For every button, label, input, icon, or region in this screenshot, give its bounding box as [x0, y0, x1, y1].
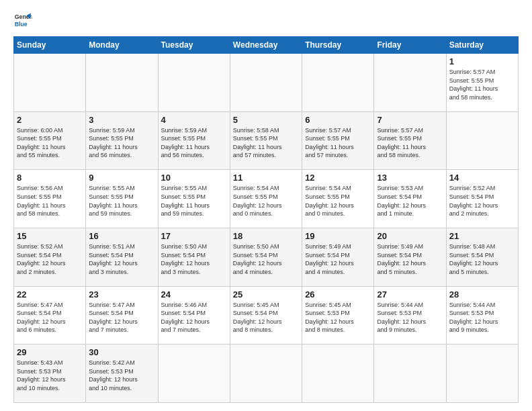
calendar-day — [302, 54, 374, 112]
day-info: Sunrise: 5:53 AM Sunset: 5:54 PM Dayligh… — [377, 184, 443, 218]
day-info: Sunrise: 5:56 AM Sunset: 5:55 PM Dayligh… — [17, 184, 83, 218]
day-number: 20 — [377, 231, 443, 241]
svg-text:Blue: Blue — [15, 21, 28, 28]
day-number: 1 — [449, 56, 515, 66]
day-number: 3 — [89, 115, 154, 125]
day-number: 2 — [17, 115, 83, 125]
day-number: 9 — [89, 173, 154, 183]
day-info: Sunrise: 5:59 AM Sunset: 5:55 PM Dayligh… — [89, 126, 154, 160]
calendar-day: 10Sunrise: 5:55 AM Sunset: 5:55 PM Dayli… — [158, 170, 230, 228]
calendar-day: 26Sunrise: 5:45 AM Sunset: 5:53 PM Dayli… — [302, 286, 374, 345]
calendar-week-1: 1Sunrise: 5:57 AM Sunset: 5:55 PM Daylig… — [14, 54, 519, 112]
calendar-day — [230, 54, 302, 112]
day-number: 12 — [305, 173, 371, 183]
day-number: 24 — [161, 289, 227, 300]
calendar-week-5: 22Sunrise: 5:47 AM Sunset: 5:54 PM Dayli… — [14, 286, 519, 345]
calendar-day: 20Sunrise: 5:49 AM Sunset: 5:54 PM Dayli… — [374, 228, 446, 286]
day-info: Sunrise: 5:52 AM Sunset: 5:54 PM Dayligh… — [17, 242, 83, 276]
calendar-day: 30Sunrise: 5:42 AM Sunset: 5:53 PM Dayli… — [86, 345, 158, 403]
day-info: Sunrise: 5:49 AM Sunset: 5:54 PM Dayligh… — [377, 242, 443, 276]
calendar-day: 14Sunrise: 5:52 AM Sunset: 5:54 PM Dayli… — [446, 170, 518, 228]
day-info: Sunrise: 5:46 AM Sunset: 5:54 PM Dayligh… — [161, 301, 227, 334]
day-number: 28 — [449, 289, 515, 300]
day-info: Sunrise: 5:57 AM Sunset: 5:55 PM Dayligh… — [305, 126, 371, 160]
day-info: Sunrise: 5:59 AM Sunset: 5:55 PM Dayligh… — [161, 126, 227, 160]
calendar-day: 27Sunrise: 5:44 AM Sunset: 5:53 PM Dayli… — [374, 286, 446, 345]
logo: General Blue — [13, 11, 35, 30]
day-number: 5 — [233, 115, 299, 125]
calendar-day — [230, 345, 302, 403]
calendar-day: 2Sunrise: 6:00 AM Sunset: 5:55 PM Daylig… — [14, 111, 86, 170]
day-info: Sunrise: 5:48 AM Sunset: 5:54 PM Dayligh… — [449, 242, 515, 276]
calendar-week-3: 8Sunrise: 5:56 AM Sunset: 5:55 PM Daylig… — [14, 170, 519, 228]
day-number: 13 — [377, 173, 443, 183]
day-info: Sunrise: 5:55 AM Sunset: 5:55 PM Dayligh… — [161, 184, 227, 218]
calendar-day: 16Sunrise: 5:51 AM Sunset: 5:54 PM Dayli… — [86, 228, 158, 286]
day-number: 17 — [161, 231, 227, 241]
calendar-day — [158, 54, 230, 112]
calendar-day — [14, 54, 86, 112]
day-info: Sunrise: 5:54 AM Sunset: 5:55 PM Dayligh… — [233, 184, 299, 218]
calendar-day: 9Sunrise: 5:55 AM Sunset: 5:55 PM Daylig… — [86, 170, 158, 228]
page: General Blue SundayMondayTuesdayWednesda… — [0, 0, 532, 411]
day-info: Sunrise: 5:55 AM Sunset: 5:55 PM Dayligh… — [89, 184, 154, 218]
day-info: Sunrise: 5:57 AM Sunset: 5:55 PM Dayligh… — [449, 68, 515, 101]
day-number: 16 — [89, 231, 154, 241]
calendar-day: 3Sunrise: 5:59 AM Sunset: 5:55 PM Daylig… — [86, 111, 158, 170]
day-header-sunday: Sunday — [14, 37, 86, 54]
day-info: Sunrise: 6:00 AM Sunset: 5:55 PM Dayligh… — [17, 126, 83, 160]
day-number: 27 — [377, 289, 443, 300]
calendar-day — [374, 345, 446, 403]
day-header-friday: Friday — [374, 37, 446, 54]
calendar-day: 25Sunrise: 5:45 AM Sunset: 5:54 PM Dayli… — [230, 286, 302, 345]
day-number: 19 — [305, 231, 371, 241]
calendar-day — [158, 345, 230, 403]
day-header-monday: Monday — [86, 37, 158, 54]
day-number: 15 — [17, 231, 83, 241]
day-number: 25 — [233, 289, 299, 300]
calendar-day — [374, 54, 446, 112]
calendar-day: 12Sunrise: 5:54 AM Sunset: 5:55 PM Dayli… — [302, 170, 374, 228]
calendar-day: 19Sunrise: 5:49 AM Sunset: 5:54 PM Dayli… — [302, 228, 374, 286]
day-info: Sunrise: 5:43 AM Sunset: 5:53 PM Dayligh… — [17, 359, 83, 392]
day-info: Sunrise: 5:52 AM Sunset: 5:54 PM Dayligh… — [449, 184, 515, 218]
calendar-day: 1Sunrise: 5:57 AM Sunset: 5:55 PM Daylig… — [446, 54, 518, 112]
day-info: Sunrise: 5:50 AM Sunset: 5:54 PM Dayligh… — [161, 242, 227, 276]
day-info: Sunrise: 5:47 AM Sunset: 5:54 PM Dayligh… — [17, 301, 83, 334]
day-header-wednesday: Wednesday — [230, 37, 302, 54]
calendar-day: 29Sunrise: 5:43 AM Sunset: 5:53 PM Dayli… — [14, 345, 86, 403]
day-number: 21 — [449, 231, 515, 241]
header: General Blue — [13, 11, 519, 30]
day-info: Sunrise: 5:54 AM Sunset: 5:55 PM Dayligh… — [305, 184, 371, 218]
day-info: Sunrise: 5:44 AM Sunset: 5:53 PM Dayligh… — [377, 301, 443, 334]
calendar-day: 6Sunrise: 5:57 AM Sunset: 5:55 PM Daylig… — [302, 111, 374, 170]
calendar-day: 23Sunrise: 5:47 AM Sunset: 5:54 PM Dayli… — [86, 286, 158, 345]
calendar-day: 8Sunrise: 5:56 AM Sunset: 5:55 PM Daylig… — [14, 170, 86, 228]
day-number: 7 — [377, 115, 443, 125]
day-number: 10 — [161, 173, 227, 183]
calendar-day: 17Sunrise: 5:50 AM Sunset: 5:54 PM Dayli… — [158, 228, 230, 286]
day-header-tuesday: Tuesday — [158, 37, 230, 54]
day-number: 6 — [305, 115, 371, 125]
day-info: Sunrise: 5:51 AM Sunset: 5:54 PM Dayligh… — [89, 242, 154, 276]
day-info: Sunrise: 5:50 AM Sunset: 5:54 PM Dayligh… — [233, 242, 299, 276]
calendar-day: 4Sunrise: 5:59 AM Sunset: 5:55 PM Daylig… — [158, 111, 230, 170]
calendar-table: SundayMondayTuesdayWednesdayThursdayFrid… — [13, 36, 519, 403]
day-number: 30 — [89, 347, 154, 357]
calendar-day — [446, 345, 518, 403]
day-number: 4 — [161, 115, 227, 125]
day-info: Sunrise: 5:49 AM Sunset: 5:54 PM Dayligh… — [305, 242, 371, 276]
day-info: Sunrise: 5:45 AM Sunset: 5:54 PM Dayligh… — [233, 301, 299, 334]
day-number: 18 — [233, 231, 299, 241]
day-number: 26 — [305, 289, 371, 300]
calendar-day: 24Sunrise: 5:46 AM Sunset: 5:54 PM Dayli… — [158, 286, 230, 345]
calendar-day: 22Sunrise: 5:47 AM Sunset: 5:54 PM Dayli… — [14, 286, 86, 345]
day-number: 29 — [17, 347, 83, 357]
day-info: Sunrise: 5:42 AM Sunset: 5:53 PM Dayligh… — [89, 359, 154, 392]
day-number: 22 — [17, 289, 83, 300]
day-info: Sunrise: 5:47 AM Sunset: 5:54 PM Dayligh… — [89, 301, 154, 334]
day-info: Sunrise: 5:44 AM Sunset: 5:53 PM Dayligh… — [449, 301, 515, 334]
calendar-day: 7Sunrise: 5:57 AM Sunset: 5:55 PM Daylig… — [374, 111, 446, 170]
logo-icon: General Blue — [13, 11, 32, 30]
day-header-saturday: Saturday — [446, 37, 518, 54]
